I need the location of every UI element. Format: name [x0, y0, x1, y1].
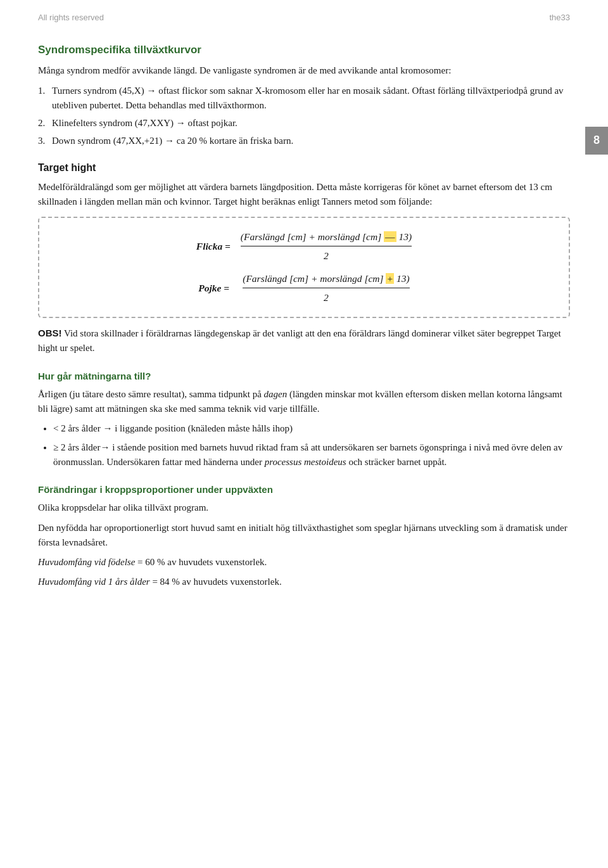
obs-text: Vid stora skillnader i föräldrarnas läng… — [38, 328, 561, 353]
section-heading-syndrom: Syndromspecifika tillväxtkurvor — [38, 42, 570, 58]
list-text-2: Klinefelters syndrom (47,XXY) → oftast p… — [52, 116, 238, 131]
list-text-3: Down syndrom (47,XX,+21) → ca 20 % korta… — [52, 134, 293, 148]
list-item-1: 1. Turners syndrom (45,X) → oftast flick… — [38, 84, 570, 113]
flicka-denominator: 2 — [324, 247, 329, 264]
obs-paragraph: OBS! Vid stora skillnader i föräldrarnas… — [38, 326, 570, 356]
minus-highlight: — — [384, 231, 396, 242]
header-right: the33 — [549, 11, 570, 24]
section2-para1-text1: Årligen (ju tätare desto sämre resultat)… — [38, 389, 264, 399]
flicka-fraction: (Farslängd [cm] + morslängd [cm] — 13) 2 — [241, 229, 412, 264]
pojke-fraction: (Farslängd [cm] + morslängd [cm] + 13) 2 — [243, 271, 410, 305]
processus-italic: processus mestoideus — [265, 457, 346, 467]
pojke-numerator: (Farslängd [cm] + morslängd [cm] + 13) — [243, 271, 410, 288]
flicka-label: Flicka = — [196, 239, 234, 254]
section-target-hight: Target hight Medelföräldralängd som ger … — [38, 160, 570, 356]
flicka-numerator: (Farslängd [cm] + morslängd [cm] — 13) — [241, 229, 412, 246]
section-matningar: Hur går mätningarna till? Årligen (ju tä… — [38, 369, 570, 470]
list-num-1: 1. — [38, 84, 48, 113]
section-syndrom: Syndromspecifika tillväxtkurvor Många sy… — [38, 42, 570, 149]
formula-pojke: Pojke = (Farslängd [cm] + morslängd [cm]… — [198, 271, 410, 305]
page-header: All rights reserved the33 — [38, 11, 570, 24]
bullet-text-2-pre: ≥ 2 års ålder→ i stående position med ba… — [53, 442, 562, 467]
formula-box: Flicka = (Farslängd [cm] + morslängd [cm… — [38, 217, 570, 318]
huvudomfang-fodelse-italic: Huvudomfång vid födelse — [38, 557, 135, 567]
plus-highlight: + — [386, 273, 394, 284]
list-text-1: Turners syndrom (45,X) → oftast flickor … — [52, 84, 570, 113]
section2-para1-italic: dagen — [264, 389, 288, 399]
section3-para4: Huvudomfång vid 1 års ålder = 84 % av hu… — [38, 575, 570, 589]
page: All rights reserved the33 8 Syndromspeci… — [0, 0, 608, 622]
list-num-3: 3. — [38, 134, 48, 148]
target-hight-heading: Target hight — [38, 160, 570, 176]
section-forandringar: Förändringar i kroppsproportioner under … — [38, 482, 570, 590]
list-item-3: 3. Down syndrom (47,XX,+21) → ca 20 % ko… — [38, 134, 570, 148]
formula-flicka: Flicka = (Farslängd [cm] + morslängd [cm… — [196, 229, 412, 264]
section3-para2: Den nyfödda har oproportionerligt stort … — [38, 521, 570, 551]
list-num-2: 2. — [38, 116, 48, 131]
section1-para1: Många syndrom medför avvikande längd. De… — [38, 63, 570, 78]
huvudomfang-1ar-rest: = 84 % av huvudets vuxenstorlek. — [150, 577, 282, 587]
pojke-denominator: 2 — [324, 289, 329, 305]
pojke-label: Pojke = — [198, 281, 236, 296]
bullet-item-1: < 2 års ålder → i liggande position (knä… — [53, 421, 570, 436]
huvudomfang-fodelse-rest: = 60 % av huvudets vuxenstorlek. — [135, 557, 267, 567]
bullet-item-2: ≥ 2 års ålder→ i stående position med ba… — [53, 440, 570, 470]
list-item-2: 2. Klinefelters syndrom (47,XXY) → oftas… — [38, 116, 570, 131]
header-left: All rights reserved — [38, 11, 104, 24]
huvudomfang-1ar-italic: Huvudomfång vid 1 års ålder — [38, 577, 150, 587]
section2-para1: Årligen (ju tätare desto sämre resultat)… — [38, 387, 570, 417]
bullet-list: < 2 års ålder → i liggande position (knä… — [53, 421, 570, 469]
section3-para3: Huvudomfång vid födelse = 60 % av huvude… — [38, 555, 570, 570]
section3-para1: Olika kroppsdelar har olika tillväxt pro… — [38, 501, 570, 515]
target-hight-para1: Medelföräldralängd som ger möjlighet att… — [38, 180, 570, 210]
obs-bold: OBS! — [38, 328, 62, 338]
sub-heading-matningar: Hur går mätningarna till? — [38, 369, 570, 383]
sub-heading-forandringar: Förändringar i kroppsproportioner under … — [38, 482, 570, 497]
bullet-text-1: < 2 års ålder → i liggande position (knä… — [53, 423, 293, 433]
page-number-badge: 8 — [585, 127, 608, 155]
